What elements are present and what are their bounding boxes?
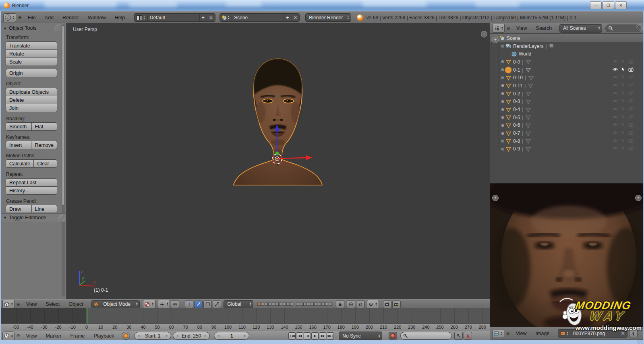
expand-item-icon[interactable]: ⊕ bbox=[500, 99, 505, 104]
layer-cell-17[interactable] bbox=[318, 303, 321, 306]
layer-cell-12[interactable] bbox=[300, 303, 303, 306]
expand-item-icon[interactable]: ⊕ bbox=[500, 139, 505, 143]
layer-cell-15[interactable] bbox=[311, 303, 314, 306]
selectability-cursor-icon[interactable] bbox=[621, 91, 625, 97]
outliner-menu-search[interactable]: Search bbox=[532, 25, 557, 31]
collapse-menus-icon[interactable]: ⊖ bbox=[16, 302, 20, 307]
editor-type-timeline-button[interactable]: ▲▼ bbox=[2, 332, 14, 340]
timeline-menu-frame[interactable]: Frame bbox=[66, 333, 89, 339]
area-corner-grip[interactable] bbox=[636, 24, 643, 31]
outliner-menu-view[interactable]: View bbox=[512, 25, 532, 31]
timeline-ruler[interactable]: -50-40-30-20-100102030405060708090100110… bbox=[0, 323, 490, 331]
region-expand-button[interactable]: + bbox=[492, 195, 499, 201]
collapse-menus-icon[interactable]: ⊖ bbox=[18, 15, 21, 20]
image-menu-view[interactable]: View bbox=[511, 331, 531, 336]
transform-orientation-dropdown[interactable]: Global ▲▼ bbox=[224, 300, 253, 309]
collapse-menus-icon[interactable]: ⊖ bbox=[506, 26, 510, 31]
visibility-eye-icon[interactable] bbox=[613, 130, 618, 136]
jump-to-start-button[interactable]: ❘◀◀ bbox=[288, 332, 296, 340]
outliner-row-object-0-11[interactable]: ⊕0-11| bbox=[490, 82, 644, 90]
tool-button-smooth[interactable]: Smooth bbox=[6, 122, 32, 131]
timeline-menu-view[interactable]: View bbox=[22, 333, 41, 339]
layer-cell-20[interactable] bbox=[329, 303, 332, 306]
renderability-camera-icon[interactable] bbox=[628, 82, 634, 89]
visibility-eye-icon[interactable] bbox=[613, 67, 618, 73]
pivot-point-dropdown[interactable]: ▲▼ bbox=[158, 300, 170, 309]
timeline-scrub-area[interactable] bbox=[0, 308, 490, 323]
outliner-row-object-0-6[interactable]: ⊕0-6| bbox=[490, 122, 644, 130]
tool-button-delete[interactable]: Delete bbox=[6, 96, 57, 104]
viewport-3d[interactable]: User Persp bbox=[66, 23, 490, 299]
layer-cell-16[interactable] bbox=[314, 303, 317, 306]
end-frame-field[interactable]: ◂ End: 250 ▸ bbox=[173, 332, 210, 340]
toggle-editmode-panel-header[interactable]: ▼ Toggle Editmode bbox=[0, 213, 66, 222]
window-resize-grip[interactable] bbox=[638, 340, 643, 344]
renderability-camera-icon[interactable] bbox=[628, 74, 634, 81]
snap-dropdown[interactable]: ▲▼ bbox=[367, 300, 379, 309]
view3d-menu-view[interactable]: View bbox=[22, 301, 41, 307]
render-opengl-button[interactable] bbox=[383, 301, 391, 308]
collapse-menus-icon[interactable]: ⊖ bbox=[16, 333, 20, 338]
viewport-shading-dropdown[interactable]: ▲▼ bbox=[143, 300, 155, 309]
delete-keyframe-button[interactable] bbox=[464, 332, 472, 340]
outliner-row-object-0-3[interactable]: ⊕0-3| bbox=[490, 98, 644, 106]
visibility-eye-icon[interactable] bbox=[613, 91, 618, 97]
keying-set-field[interactable] bbox=[400, 332, 452, 340]
selectability-cursor-icon[interactable] bbox=[621, 138, 625, 144]
decrement-arrow[interactable]: ◂ bbox=[216, 334, 221, 338]
menu-file[interactable]: File bbox=[23, 15, 40, 21]
expand-item-icon[interactable]: ⊕ bbox=[500, 123, 505, 128]
preview-range-button[interactable] bbox=[122, 332, 130, 340]
uv-image-editor[interactable]: + + MODDING WAY www.moddingway.com bbox=[490, 183, 644, 327]
menu-help[interactable]: Help bbox=[110, 15, 130, 21]
autokey-record-button[interactable] bbox=[389, 332, 397, 340]
start-frame-field[interactable]: ◂ Start: 1 ▸ bbox=[134, 332, 171, 340]
render-engine-dropdown[interactable]: Blender Render ▲▼ bbox=[305, 13, 351, 22]
visibility-eye-icon[interactable] bbox=[613, 146, 618, 152]
tool-button-history-[interactable]: History... bbox=[6, 186, 57, 195]
manipulate-center-points-button[interactable] bbox=[171, 301, 179, 308]
image-menu-image[interactable]: Image bbox=[531, 331, 554, 336]
tool-button-origin[interactable]: Origin bbox=[6, 69, 57, 77]
outliner-row-object-0-10[interactable]: ⊕0-10| bbox=[490, 74, 644, 82]
outliner-row-object-0-8[interactable]: ⊕0-8| bbox=[490, 137, 644, 145]
view3d-menu-object[interactable]: Object bbox=[64, 301, 87, 307]
layer-cell-11[interactable] bbox=[296, 303, 299, 306]
layer-cell-5[interactable] bbox=[272, 303, 275, 306]
add-scene-button[interactable]: + bbox=[284, 14, 291, 21]
layer-cell-2[interactable] bbox=[261, 303, 264, 306]
visibility-eye-icon[interactable] bbox=[613, 122, 618, 128]
outliner-row-object-0-0[interactable]: ⊕0-0| bbox=[490, 58, 644, 66]
renderability-camera-icon[interactable] bbox=[628, 114, 634, 121]
jump-to-end-button[interactable]: ▶▶❘ bbox=[327, 332, 334, 340]
expand-item-icon[interactable]: ⊕ bbox=[500, 83, 505, 88]
renderability-camera-icon[interactable] bbox=[628, 98, 634, 105]
selectability-cursor-icon[interactable] bbox=[621, 106, 625, 113]
outliner-search-input[interactable] bbox=[605, 25, 641, 32]
editor-type-3dview-button[interactable]: ▲▼ bbox=[2, 300, 14, 309]
pin-image-button[interactable] bbox=[629, 330, 638, 337]
renderability-camera-icon[interactable] bbox=[628, 130, 634, 136]
panel-drag-grip[interactable] bbox=[58, 214, 65, 221]
renderability-camera-icon[interactable] bbox=[628, 122, 634, 128]
selectability-cursor-icon[interactable] bbox=[621, 74, 625, 81]
view3d-menu-select[interactable]: Select bbox=[41, 301, 64, 307]
delete-scene-button[interactable]: ✕ bbox=[291, 14, 299, 21]
outliner-row-object-0-2[interactable]: ⊕0-2| bbox=[490, 90, 644, 98]
tool-button-clear[interactable]: Clear bbox=[33, 159, 57, 168]
manipulator-scale-button[interactable] bbox=[213, 301, 221, 308]
layer-cell-3[interactable] bbox=[265, 303, 268, 306]
layer-cell-18[interactable] bbox=[321, 303, 325, 306]
renderability-camera-icon[interactable] bbox=[628, 146, 634, 152]
manipulator-axis-button[interactable] bbox=[185, 301, 193, 308]
expand-item-icon[interactable]: ⊕ bbox=[500, 91, 505, 96]
manipulator-rotate-button[interactable] bbox=[203, 301, 212, 308]
collapse-menus-icon[interactable]: ⊖ bbox=[506, 331, 509, 336]
insert-keyframe-button[interactable] bbox=[454, 332, 463, 340]
image-filename-field[interactable]: 000YE970.png bbox=[571, 330, 619, 337]
renderability-camera-icon[interactable] bbox=[628, 106, 634, 113]
timeline-menu-playback[interactable]: Playback bbox=[89, 333, 119, 339]
layer-cell-1[interactable] bbox=[257, 303, 261, 306]
region-expand-button[interactable]: + bbox=[492, 37, 499, 43]
title-bar[interactable]: Blender — ❐ ✕ bbox=[0, 0, 644, 12]
